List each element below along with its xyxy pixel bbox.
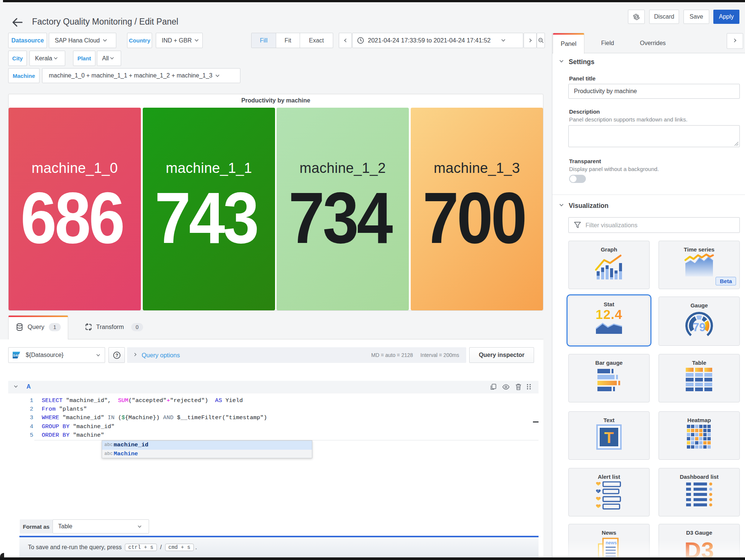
svg-text:T: T [604,429,614,446]
svg-text:?: ? [115,352,118,358]
svg-text:news: news [606,540,617,545]
svg-text:SAP: SAP [13,354,19,357]
svg-text:79: 79 [693,321,705,334]
svg-text:D3: D3 [684,537,714,560]
